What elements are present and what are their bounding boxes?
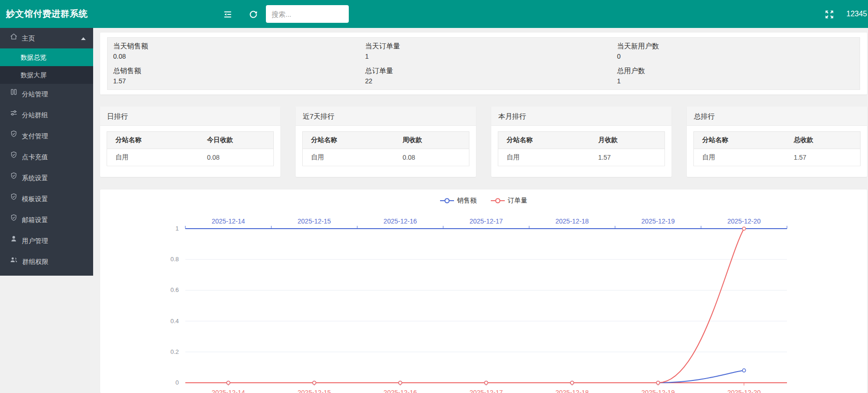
app-title: 妙文馆付费进群系统	[6, 0, 88, 28]
svg-text:2025-12-17: 2025-12-17	[469, 217, 503, 225]
sidebar-item-payment-mgmt[interactable]: 支付管理	[0, 126, 93, 147]
sidebar-item-data-screen[interactable]: 数据大屏	[0, 66, 93, 84]
top-header: 妙文馆付费进群系统 12345	[0, 0, 868, 28]
shield-check-icon	[10, 188, 18, 209]
column-header: 今日收款	[198, 132, 273, 149]
username[interactable]: 12345	[847, 0, 868, 28]
stat-total-users: 总用户数 1	[617, 65, 860, 89]
column-header: 分站名称	[694, 132, 786, 149]
card-title: 本月排行	[491, 107, 671, 126]
column-header: 月收款	[590, 132, 665, 149]
sidebar-item-substation-groups[interactable]: 分站群组	[0, 105, 93, 126]
sales-orders-chart-card: 销售额 订单量 00.20.40.60.812025-12-142025-12-…	[100, 190, 867, 393]
svg-text:0: 0	[176, 379, 179, 386]
legend-item-sales[interactable]: 销售额	[440, 196, 477, 205]
column-header: 周收款	[394, 132, 469, 149]
table-row: 自用 0.08	[107, 149, 274, 166]
home-icon	[10, 28, 18, 48]
svg-text:2025-12-15: 2025-12-15	[298, 389, 331, 393]
column-header: 分站名称	[107, 132, 199, 149]
svg-text:2025-12-14: 2025-12-14	[211, 389, 245, 393]
sidebar-item-label: 邮箱设置	[22, 216, 48, 224]
svg-text:0.2: 0.2	[170, 348, 179, 355]
svg-text:2025-12-19: 2025-12-19	[641, 389, 675, 393]
sidebar-nav: 主页 数据总览 数据大屏 分站管理 分站群组	[0, 28, 93, 276]
column-header: 分站名称	[498, 132, 590, 149]
daily-ranking-card: 日排行 分站名称 今日收款 自用 0.08	[100, 107, 280, 177]
sidebar-item-substation-mgmt[interactable]: 分站管理	[0, 84, 93, 105]
table-row: 自用 0.08	[303, 149, 469, 166]
sidebar-item-label: 群组权限	[22, 258, 48, 265]
sidebar-item-label: 系统设置	[22, 174, 48, 182]
sidebar-item-template-settings[interactable]: 模板设置	[0, 189, 93, 210]
stats-grid: 当天销售额 0.08 当天订单量 1 当天新用户数 0 总销售额 1.57 总订…	[107, 37, 860, 90]
monthly-ranking-table: 分站名称 月收款 自用 1.57	[498, 131, 665, 166]
sidebar-item-label: 主页	[22, 34, 35, 42]
svg-text:2025-12-14: 2025-12-14	[211, 217, 245, 225]
svg-text:2025-12-18: 2025-12-18	[556, 389, 589, 393]
sidebar-item-label: 支付管理	[22, 132, 48, 140]
legend-item-orders[interactable]: 订单量	[491, 196, 528, 205]
sidebar-item-data-overview[interactable]: 数据总览	[0, 48, 93, 66]
menu-collapse-icon[interactable]	[223, 9, 233, 20]
shield-check-icon	[10, 125, 18, 146]
table-row: 自用 1.57	[694, 149, 861, 166]
user-icon	[10, 230, 18, 251]
sidebar-item-group-permissions[interactable]: 群组权限	[0, 251, 93, 272]
total-ranking-card: 总排行 分站名称 总收款 自用 1.57	[687, 107, 867, 177]
svg-text:0.6: 0.6	[170, 286, 179, 293]
weekly-ranking-table: 分站名称 周收款 自用 0.08	[302, 131, 469, 166]
sidebar-item-system-settings[interactable]: 系统设置	[0, 168, 93, 189]
columns-icon	[10, 83, 18, 104]
card-title: 近7天排行	[296, 107, 476, 126]
svg-text:2025-12-15: 2025-12-15	[298, 217, 331, 225]
shield-check-icon	[10, 167, 18, 188]
card-title: 日排行	[100, 107, 280, 126]
legend-label: 订单量	[508, 196, 528, 205]
svg-text:2025-12-19: 2025-12-19	[641, 217, 675, 225]
svg-text:1: 1	[176, 225, 179, 232]
stats-overview-card: 当天销售额 0.08 当天订单量 1 当天新用户数 0 总销售额 1.57 总订…	[100, 33, 867, 95]
dashboard-page: 妙文馆付费进群系统 12345	[0, 0, 868, 393]
sidebar-item-card-recharge[interactable]: 点卡充值	[0, 147, 93, 168]
sidebar-item-label: 点卡充值	[22, 153, 48, 161]
monthly-ranking-card: 本月排行 分站名称 月收款 自用 1.57	[491, 107, 671, 177]
svg-text:0.8: 0.8	[170, 256, 179, 263]
total-ranking-table: 分站名称 总收款 自用 1.57	[693, 131, 861, 166]
sidebar-item-label: 模板设置	[22, 195, 48, 203]
svg-text:2025-12-20: 2025-12-20	[727, 217, 761, 225]
refresh-icon[interactable]	[248, 9, 258, 20]
sliders-icon	[10, 104, 18, 125]
shield-check-icon	[10, 209, 18, 230]
sidebar-item-mailbox-settings[interactable]: 邮箱设置	[0, 210, 93, 230]
svg-text:2025-12-18: 2025-12-18	[556, 217, 589, 225]
search-input[interactable]	[266, 5, 349, 23]
stat-today-new-users: 当天新用户数 0	[617, 40, 860, 65]
column-header: 总收款	[785, 132, 860, 149]
sidebar-item-label: 分站群组	[22, 111, 48, 119]
svg-text:2025-12-16: 2025-12-16	[384, 389, 417, 393]
sidebar-item-user-mgmt[interactable]: 用户管理	[0, 230, 93, 251]
shield-check-icon	[10, 146, 18, 167]
svg-text:0.4: 0.4	[170, 318, 179, 325]
stat-today-sales: 当天销售额 0.08	[113, 40, 365, 65]
svg-text:2025-12-16: 2025-12-16	[384, 217, 417, 225]
sidebar-item-label: 用户管理	[22, 237, 48, 244]
stat-total-orders: 总订单量 22	[365, 65, 617, 89]
line-chart: 00.20.40.60.812025-12-142025-12-152025-1…	[100, 190, 867, 393]
ranking-cards-row: 日排行 分站名称 今日收款 自用 0.08 近7天排行	[100, 107, 867, 177]
svg-text:2025-12-17: 2025-12-17	[469, 389, 503, 393]
weekly-ranking-card: 近7天排行 分站名称 周收款 自用 0.08	[296, 107, 476, 177]
stat-today-orders: 当天订单量 1	[365, 40, 617, 65]
sidebar-item-label: 分站管理	[22, 90, 48, 98]
daily-ranking-table: 分站名称 今日收款 自用 0.08	[107, 131, 274, 166]
sidebar-item-home[interactable]: 主页	[0, 28, 93, 48]
card-title: 总排行	[687, 107, 867, 126]
column-header: 分站名称	[303, 132, 394, 149]
table-row: 自用 1.57	[498, 149, 665, 166]
chart-legend: 销售额 订单量	[100, 196, 867, 205]
chevron-up-icon	[81, 37, 86, 40]
fullscreen-icon[interactable]	[824, 9, 834, 20]
users-icon	[10, 251, 18, 272]
svg-text:2025-12-20: 2025-12-20	[727, 389, 761, 393]
